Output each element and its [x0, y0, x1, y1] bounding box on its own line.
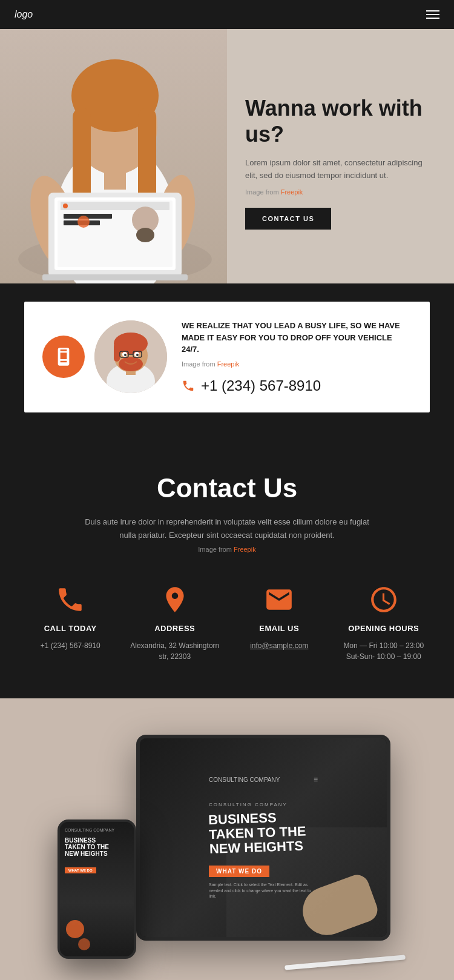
tablet-headline: BUSINESS TAKEN TO THE NEW HEIGHTS	[208, 809, 318, 857]
phone-section: WE REALIZE THAT YOU LEAD A BUSY LIFE, SO…	[0, 283, 454, 431]
hero-content: Wanna work with us? Lorem ipsum dolor si…	[227, 29, 454, 283]
phone-what-we-do: WHAT WE DO	[65, 867, 96, 873]
phone-card-message: WE REALIZE THAT YOU LEAD A BUSY LIFE, SO…	[182, 320, 412, 356]
tablet-logo: CONSULTING COMPANY	[209, 776, 280, 783]
phone-number-display: +1 (234) 567-8910	[182, 377, 412, 394]
phone-card: WE REALIZE THAT YOU LEAD A BUSY LIFE, SO…	[24, 302, 430, 412]
mobile-phone-icon	[54, 347, 73, 366]
email-link[interactable]: info@sample.com	[250, 641, 308, 650]
svg-point-17	[136, 228, 154, 242]
phone-screen-content: CONSULTING COMPANY BUSINESSTAKEN TO THEN…	[60, 822, 134, 883]
phone-call-icon	[182, 379, 195, 392]
svg-point-18	[77, 216, 90, 228]
email-us-label: EMAIL US	[259, 624, 299, 633]
email-envelope-icon	[264, 584, 294, 615]
freepik-link-contact[interactable]: Freepik	[234, 546, 256, 553]
tablet-what-we-do: WHAT WE DO	[209, 866, 269, 877]
contact-section: Contact Us Duis aute irure dolor in repr…	[0, 431, 454, 698]
email-icon-container	[263, 583, 296, 617]
devices-mockup: CONSULTING COMPANY ≡ CONSULTING COMPANY …	[45, 735, 409, 977]
hero-person-figure	[0, 29, 227, 283]
logo: logo	[15, 9, 33, 20]
contact-title: Contact Us	[24, 473, 430, 503]
contact-item-email: EMAIL US info@sample.com	[233, 583, 326, 662]
call-today-value: +1 (234) 567-8910	[41, 640, 100, 651]
phone-orange-circle-1	[66, 920, 84, 938]
avatar-illustration	[94, 320, 167, 393]
hero-section: Wanna work with us? Lorem ipsum dolor si…	[0, 29, 454, 283]
hero-illustration	[0, 29, 230, 283]
location-pin-icon	[160, 584, 190, 615]
svg-rect-6	[104, 165, 126, 190]
contact-image-credit: Image from Freepik	[24, 546, 430, 553]
contact-grid: CALL TODAY +1 (234) 567-8910 ADDRESS Ale…	[24, 583, 430, 662]
tablet-mockup: CONSULTING COMPANY ≡ CONSULTING COMPANY …	[136, 735, 390, 941]
call-icon-container	[54, 583, 87, 617]
address-value: Alexandria, 32 Washingtorn str, 22303	[129, 640, 222, 662]
freepik-link-hero[interactable]: Freepik	[281, 188, 303, 196]
phone-card-left	[42, 320, 167, 393]
hero-description: Lorem ipsum dolor sit amet, consectetur …	[245, 157, 430, 182]
opening-hours-value: Mon — Fri 10:00 – 23:00 Sut-Sun- 10:00 –…	[343, 640, 424, 662]
phone-card-credit: Image from Freepik	[182, 360, 412, 368]
svg-rect-11	[58, 200, 173, 267]
phone-headline: BUSINESSTAKEN TO THENEW HEIGHTS	[65, 837, 129, 857]
phone-logo: CONSULTING COMPANY	[65, 828, 129, 832]
contact-us-button[interactable]: CONTACT US	[245, 208, 331, 230]
address-label: ADDRESS	[154, 624, 195, 633]
phone-card-right: WE REALIZE THAT YOU LEAD A BUSY LIFE, SO…	[182, 320, 412, 394]
menu-line-2	[426, 14, 439, 15]
hero-image	[0, 29, 227, 283]
contact-item-address: ADDRESS Alexandria, 32 Washingtorn str, …	[129, 583, 222, 662]
person-avatar	[94, 320, 167, 393]
tablet-desc: Sample text. Click to select the Text El…	[209, 882, 318, 899]
navbar: logo	[0, 0, 454, 29]
menu-button[interactable]	[426, 10, 439, 19]
contact-description: Duis aute irure dolor in reprehenderit i…	[76, 515, 378, 542]
email-value: info@sample.com	[250, 640, 308, 651]
phone-number-text: +1 (234) 567-8910	[201, 377, 321, 394]
contact-item-hours: OPENING HOURS Mon — Fri 10:00 – 23:00 Su…	[338, 583, 430, 662]
hours-icon-container	[367, 583, 400, 617]
phone-orange-circle-2	[78, 938, 90, 950]
svg-point-13	[63, 204, 68, 208]
devices-section: CONSULTING COMPANY ≡ CONSULTING COMPANY …	[0, 698, 454, 980]
svg-rect-19	[42, 274, 188, 280]
phone-mockup: CONSULTING COMPANY BUSINESSTAKEN TO THEN…	[58, 819, 136, 959]
address-icon-container	[158, 583, 191, 617]
stylus-pencil	[285, 955, 406, 970]
call-today-icon	[55, 584, 85, 615]
phone-screen: CONSULTING COMPANY BUSINESSTAKEN TO THEN…	[60, 822, 134, 956]
svg-rect-12	[61, 202, 169, 210]
tablet-content: CONSULTING COMPANY ≡ CONSULTING COMPANY …	[197, 763, 330, 912]
contact-item-phone: CALL TODAY +1 (234) 567-8910	[24, 583, 117, 662]
tablet-screen: CONSULTING COMPANY ≡ CONSULTING COMPANY …	[140, 738, 387, 937]
clock-icon	[369, 584, 399, 615]
menu-line-3	[426, 18, 439, 19]
tablet-company-label: CONSULTING COMPANY	[209, 802, 318, 807]
freepik-link-phone[interactable]: Freepik	[217, 360, 240, 368]
call-today-label: CALL TODAY	[44, 624, 97, 633]
tablet-top-bar: CONSULTING COMPANY ≡	[209, 775, 318, 784]
svg-point-29	[124, 354, 127, 356]
tablet-menu: ≡	[314, 775, 318, 784]
hero-title: Wanna work with us?	[245, 95, 430, 147]
opening-hours-label: OPENING HOURS	[348, 624, 419, 633]
svg-rect-25	[114, 343, 120, 362]
svg-point-30	[136, 354, 139, 356]
menu-line-1	[426, 10, 439, 12]
phone-icon-circle	[42, 336, 85, 378]
hero-image-credit: Image from Freepik	[245, 188, 430, 196]
